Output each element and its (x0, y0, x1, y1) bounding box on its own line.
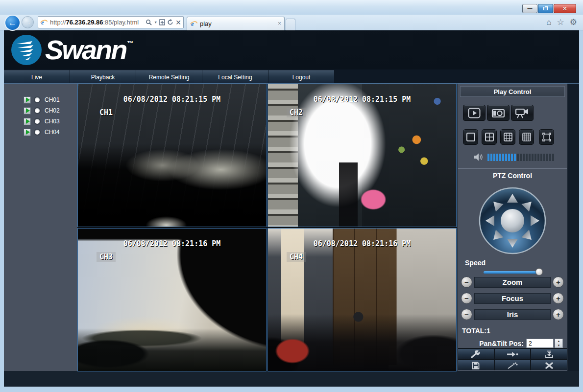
camera-feed-ch4[interactable]: 06/08/2012 08:21:16 PM CH4 (267, 228, 457, 371)
snapshot-button[interactable] (487, 105, 510, 121)
volume-segment (552, 154, 554, 161)
refresh-icon[interactable] (167, 19, 173, 25)
spinner-down-icon[interactable]: ▼ (555, 344, 562, 348)
back-button[interactable]: ← (4, 15, 21, 31)
import-button[interactable] (531, 349, 567, 359)
speed-slider[interactable] (484, 269, 541, 272)
volume-segment (543, 154, 545, 161)
pan-tilt-label: Pan&Tilt Pos: (479, 340, 524, 347)
goto-preset-button[interactable] (495, 349, 531, 359)
volume-segment (487, 154, 489, 161)
ptz-direction-pad[interactable] (478, 186, 547, 255)
camera-feed-ch3[interactable]: 06/08/2012 08:21:16 PM CH3 (77, 228, 267, 371)
fullscreen-button[interactable] (539, 129, 554, 145)
play-channel-icon[interactable] (24, 107, 31, 115)
iris-minus-button[interactable]: − (461, 309, 472, 320)
tour-button[interactable] (495, 360, 531, 370)
channel-label: CH04 (45, 129, 60, 136)
compatibility-icon[interactable] (159, 19, 165, 25)
channel-label: CH03 (45, 118, 60, 125)
record-button[interactable] (511, 105, 534, 121)
quad-view-icon (485, 132, 494, 142)
home-icon[interactable]: ⌂ (546, 18, 551, 27)
osd-channel-label: CH4 (287, 252, 306, 262)
play-button[interactable] (463, 105, 486, 121)
channel-radio[interactable] (34, 118, 41, 125)
layout-buttons (463, 129, 567, 145)
new-tab-button[interactable] (286, 19, 295, 30)
tab-logout[interactable]: Logout (268, 70, 334, 83)
forward-button[interactable]: → (22, 16, 34, 28)
fullscreen-icon (542, 132, 552, 142)
channel-row-ch01: CH01 (4, 94, 77, 105)
iris-label: Iris (474, 309, 551, 320)
minimize-button[interactable]: — (522, 4, 537, 13)
tab-local-setting[interactable]: Local Setting (202, 70, 268, 83)
settings-icon[interactable]: ⚙ (570, 17, 577, 27)
layout-1-button[interactable] (463, 129, 478, 145)
restore-button[interactable] (538, 4, 553, 13)
volume-segment (496, 154, 498, 161)
search-icon[interactable] (146, 19, 152, 25)
layout-9-button[interactable] (500, 129, 515, 145)
osd-timestamp: 06/08/2012 08:21:15 PM (314, 95, 411, 104)
play-channel-icon[interactable] (24, 96, 31, 104)
focus-minus-button[interactable]: − (461, 293, 472, 304)
camera-feed-ch1[interactable]: 06/08/2012 08:21:15 PM CH1 (77, 84, 267, 227)
volume-segment (508, 154, 510, 161)
restore-icon (543, 7, 548, 10)
favorites-icon[interactable]: ☆ (557, 17, 564, 27)
channel-label: CH01 (45, 96, 60, 103)
zoom-row: − Zoom + (461, 277, 564, 288)
tab-remote-setting[interactable]: Remote Setting (136, 70, 202, 83)
volume-segment (520, 154, 522, 161)
layout-4-button[interactable] (482, 129, 497, 145)
camera-feed-ch2[interactable]: 06/08/2012 08:21:15 PM CH2 (267, 84, 457, 227)
pan-tilt-input[interactable] (526, 339, 554, 348)
address-bar-icons: ▼ ✕ (144, 19, 181, 26)
layout-16-button[interactable] (519, 129, 534, 145)
stop-icon[interactable]: ✕ (175, 19, 181, 26)
close-button[interactable]: ✕ (554, 4, 576, 13)
speed-slider-thumb[interactable] (535, 268, 543, 276)
pan-tilt-spinner: ▲ ▼ (555, 339, 563, 348)
search-dropdown-icon[interactable]: ▼ (154, 21, 157, 24)
video-camera-icon (515, 107, 530, 119)
window-titlebar[interactable]: — ✕ (0, 0, 583, 15)
iris-plus-button[interactable]: + (553, 309, 564, 320)
browser-tab-play[interactable]: e play × (187, 17, 285, 30)
save-icon (472, 362, 480, 369)
zoom-minus-button[interactable]: − (461, 277, 472, 288)
wrench-button[interactable] (458, 349, 494, 359)
wrench-icon (470, 350, 481, 358)
spinner-up-icon[interactable]: ▲ (555, 339, 562, 344)
tab-close-icon[interactable]: × (278, 20, 281, 27)
volume-segment (493, 154, 495, 161)
channel-radio[interactable] (34, 107, 41, 114)
iris-row: − Iris + (461, 309, 564, 320)
tab-live[interactable]: Live (4, 70, 70, 83)
zoom-plus-button[interactable]: + (553, 277, 564, 288)
url-text[interactable]: http://76.236.29.86:85/play.html (50, 19, 144, 26)
volume-bar[interactable] (487, 154, 555, 161)
volume-segment (546, 154, 548, 161)
play-control-title: Play Control (460, 86, 565, 97)
channel-radio[interactable] (34, 96, 41, 103)
play-channel-icon[interactable] (24, 118, 31, 125)
channel-radio[interactable] (34, 129, 41, 136)
volume-segment (532, 154, 534, 161)
volume-segment (534, 154, 536, 161)
speaker-icon[interactable] (474, 153, 484, 161)
focus-label: Focus (474, 293, 551, 304)
focus-plus-button[interactable]: + (553, 293, 564, 304)
browser-toolbar: ← → e http://76.236.29.86:85/play.html ▼… (0, 15, 583, 30)
swann-logo-icon (11, 34, 42, 66)
toolbar-right-icons: ⌂ ☆ ⚙ (541, 17, 577, 27)
focus-row: − Focus + (461, 293, 564, 304)
ie-favicon: e (190, 20, 197, 27)
save-button[interactable] (458, 360, 494, 370)
address-bar[interactable]: e http://76.236.29.86:85/play.html ▼ ✕ (38, 16, 184, 28)
play-channel-icon[interactable] (24, 129, 31, 136)
tab-playback[interactable]: Playback (70, 70, 136, 83)
delete-button[interactable] (531, 360, 567, 370)
